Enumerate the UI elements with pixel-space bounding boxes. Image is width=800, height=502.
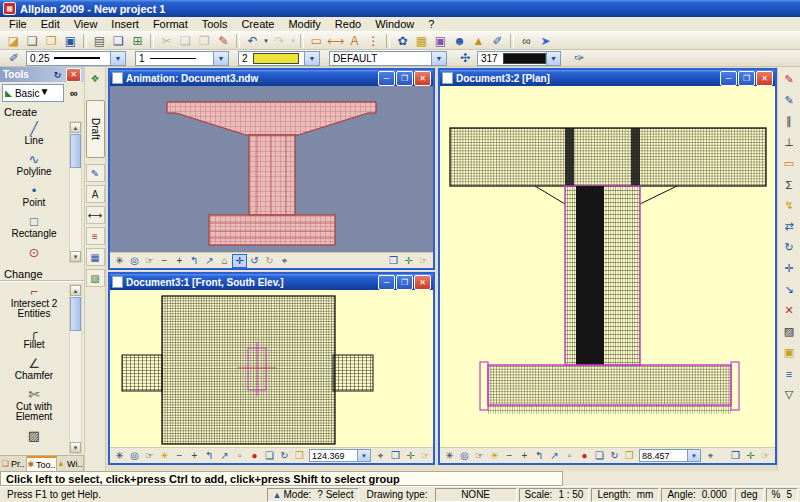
orbit-icon[interactable]: ✛ bbox=[232, 254, 247, 268]
pen-red-icon[interactable]: ✎ bbox=[780, 71, 798, 88]
layers-icon[interactable]: ❏ bbox=[262, 449, 277, 463]
dimension-tool-icon[interactable]: ⟷ bbox=[86, 206, 105, 224]
menu-item[interactable]: Create bbox=[234, 18, 281, 31]
toolbar-separator[interactable] bbox=[510, 34, 514, 48]
stretch-icon[interactable]: ↘ bbox=[780, 281, 798, 298]
draft-module-tab[interactable]: Draft bbox=[86, 100, 105, 158]
chevron-down-icon[interactable]: ▼ bbox=[39, 86, 49, 100]
scroll-down-icon[interactable]: ▼ bbox=[70, 251, 81, 262]
minimize-icon[interactable]: ─ bbox=[378, 71, 395, 86]
menu-item[interactable]: Format bbox=[146, 18, 195, 31]
scroll-thumb[interactable] bbox=[70, 134, 81, 168]
pen-blue-icon[interactable]: ✎ bbox=[780, 92, 798, 109]
redo-dropdown[interactable]: ▾ bbox=[289, 32, 297, 49]
minimize-icon[interactable]: ─ bbox=[378, 275, 395, 290]
zoom-in-icon[interactable]: + bbox=[517, 449, 532, 463]
sum-icon[interactable]: Σ bbox=[780, 176, 798, 193]
line-color-combo[interactable]: 2 ▼ bbox=[238, 51, 320, 66]
close-icon[interactable]: ✕ bbox=[414, 71, 431, 86]
zoom-all-icon[interactable]: ↗ bbox=[202, 254, 217, 268]
palette-close-icon[interactable]: ✕ bbox=[66, 68, 81, 82]
window-grab-icon[interactable]: ☞ bbox=[758, 449, 773, 463]
fill-tool-icon[interactable]: ▣ bbox=[780, 344, 798, 361]
window-grab-icon[interactable]: ☞ bbox=[418, 449, 433, 463]
track-icon[interactable]: ● bbox=[247, 449, 262, 463]
tool-circle[interactable]: ⊙ bbox=[0, 245, 68, 260]
pen-thickness-combo[interactable]: 0.25 ▼ bbox=[26, 51, 126, 66]
front-window-titlebar[interactable]: Document3:1 [Front, South Elev.] ─ ❐ ✕ bbox=[110, 274, 433, 290]
mirror-icon[interactable]: ⇄ bbox=[780, 218, 798, 235]
assistant-icon[interactable]: ☻ bbox=[450, 32, 469, 49]
find-tool-icon[interactable]: ∞ bbox=[66, 85, 82, 101]
section-icon[interactable]: ▫ bbox=[232, 449, 247, 463]
window-move-icon[interactable]: ✛ bbox=[743, 449, 758, 463]
previous-view-icon[interactable]: ↰ bbox=[187, 254, 202, 268]
chevron-down-icon[interactable]: ▼ bbox=[687, 450, 700, 461]
palette-refresh-icon[interactable]: ↻ bbox=[51, 69, 64, 81]
design-icon[interactable]: ✐ bbox=[488, 32, 507, 49]
filter-icon[interactable]: ▽ bbox=[780, 386, 798, 403]
scale-cell[interactable]: Scale: 1 : 50 bbox=[519, 488, 590, 502]
hatch-icon[interactable]: ▨ bbox=[86, 269, 105, 287]
tool-line[interactable]: ╱ Line bbox=[0, 121, 68, 146]
dimension-icon[interactable]: ⟷ bbox=[326, 32, 345, 49]
menu-item[interactable]: Redo bbox=[328, 18, 368, 31]
plan-window-titlebar[interactable]: Document3:2 [Plan] ─ ❐ ✕ bbox=[440, 70, 775, 86]
tool-family-combo[interactable]: ◣ Basic ▼ bbox=[2, 84, 64, 102]
print-preview-icon[interactable]: ❏ bbox=[109, 32, 128, 49]
measure-text-icon[interactable]: A bbox=[345, 32, 364, 49]
menu-item[interactable]: Insert bbox=[104, 18, 146, 31]
measure-ruler-icon[interactable]: ▭ bbox=[780, 155, 798, 172]
toolbar-separator[interactable] bbox=[386, 34, 390, 48]
zoom-section-icon[interactable]: ◎ bbox=[127, 449, 142, 463]
red-list-icon[interactable]: ⋮ bbox=[364, 32, 383, 49]
tool-strip[interactable]: ▨ bbox=[0, 428, 68, 443]
animation-window-titlebar[interactable]: Animation: Document3.ndw ─ ❐ ✕ bbox=[110, 70, 433, 86]
open-file-icon[interactable]: ❒ bbox=[42, 32, 61, 49]
menu-item[interactable]: Modify bbox=[281, 18, 327, 31]
change-scrollbar[interactable]: ▲ ▼ bbox=[69, 284, 82, 454]
maximize-icon[interactable]: ❐ bbox=[396, 275, 413, 290]
layers-tool-icon[interactable]: ≡ bbox=[780, 365, 798, 382]
perpendicular-icon[interactable]: ⊥ bbox=[780, 134, 798, 151]
update-icon[interactable]: ↻ bbox=[277, 449, 292, 463]
zoom-all-icon[interactable]: ↗ bbox=[217, 449, 232, 463]
scroll-up-icon[interactable]: ▲ bbox=[70, 122, 81, 133]
zoom-cell[interactable]: % 5 bbox=[766, 488, 798, 502]
chevron-down-icon[interactable]: ▼ bbox=[110, 52, 125, 65]
export-icon[interactable]: ⊞ bbox=[128, 32, 147, 49]
pen-color-combo[interactable]: 317 ▼ bbox=[477, 51, 561, 66]
scroll-up-icon[interactable]: ▲ bbox=[70, 285, 81, 296]
plan-drawing[interactable] bbox=[440, 86, 775, 447]
create-scrollbar[interactable]: ▲ ▼ bbox=[69, 121, 82, 263]
pan-icon[interactable]: ☞ bbox=[142, 254, 157, 268]
parallel-lines-icon[interactable]: ∥ bbox=[780, 113, 798, 130]
chevron-down-icon[interactable]: ▼ bbox=[546, 52, 560, 65]
layer-combo[interactable]: DEFAULT ▼ bbox=[329, 51, 447, 66]
menu-item[interactable]: File bbox=[2, 18, 34, 31]
zoom-out-icon[interactable]: − bbox=[502, 449, 517, 463]
window-move-icon[interactable]: ✛ bbox=[403, 449, 418, 463]
line-type-combo[interactable]: 1 ▼ bbox=[135, 51, 229, 66]
chevron-down-icon[interactable]: ▼ bbox=[304, 52, 319, 65]
move-icon[interactable]: ✛ bbox=[780, 260, 798, 277]
pin-view-icon[interactable]: ⌖ bbox=[373, 449, 388, 463]
zoom-out-icon[interactable]: − bbox=[157, 254, 172, 268]
regen-icon[interactable]: ✳ bbox=[112, 254, 127, 268]
window-move-icon[interactable]: ✛ bbox=[401, 254, 416, 268]
pen-style-icon[interactable]: ✑ bbox=[570, 51, 588, 66]
scroll-down-icon[interactable]: ▼ bbox=[70, 442, 81, 453]
copy-icon[interactable]: ❏ bbox=[176, 32, 195, 49]
view-options-icon[interactable]: ∞ bbox=[517, 32, 536, 49]
reference-icon[interactable]: ✣ bbox=[456, 51, 474, 66]
coordinate-combo[interactable]: 88.457 ▼ bbox=[639, 449, 701, 462]
site-icon[interactable]: ▲ bbox=[469, 32, 488, 49]
save-icon[interactable]: ▣ bbox=[61, 32, 80, 49]
maximize-icon[interactable]: ❐ bbox=[738, 71, 755, 86]
hatch-tool-icon[interactable]: ▨ bbox=[780, 323, 798, 340]
window-grab-icon[interactable]: ☞ bbox=[416, 254, 431, 268]
screen-area-icon[interactable]: ▣ bbox=[431, 32, 450, 49]
section-icon[interactable]: ▫ bbox=[562, 449, 577, 463]
pan-icon[interactable]: ☞ bbox=[472, 449, 487, 463]
chevron-down-icon[interactable]: ▼ bbox=[357, 450, 370, 461]
